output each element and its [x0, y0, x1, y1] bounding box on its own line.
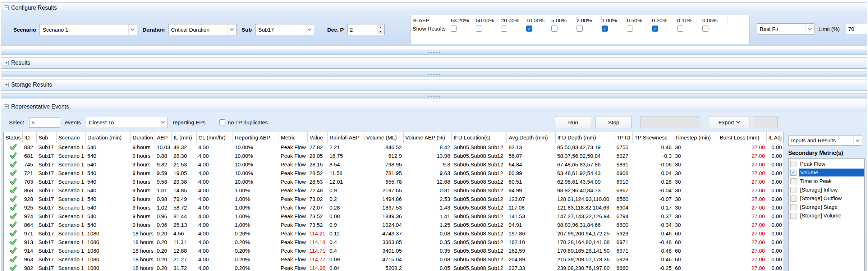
cell-sub: Sub17 — [36, 152, 56, 160]
column-header-ifd_location[interactable]: IFD Location(s) — [452, 132, 507, 143]
limit-input[interactable] — [846, 24, 867, 34]
metric-item[interactable]: Time to Peak — [789, 177, 864, 185]
table-row[interactable]: 914Sub17Scenario 1108018 hours0.2012.884… — [4, 247, 784, 255]
metric-checkbox[interactable] — [790, 178, 796, 184]
show-results-checkbox[interactable] — [501, 26, 507, 32]
table-row[interactable]: 864Sub17Scenario 15409 hours0.9625.134.0… — [4, 221, 784, 229]
table-row[interactable]: 703Sub17Scenario 15409 hours9.5829.384.0… — [4, 178, 784, 186]
column-header-rainfall_aep[interactable]: Rainfall AEP — [327, 132, 364, 143]
metric-checkbox[interactable] — [790, 170, 796, 176]
expand-icon[interactable]: + — [4, 61, 9, 65]
cell-il_adj: 0.00 — [766, 255, 783, 264]
cell-metric: Peak Flow — [279, 247, 308, 255]
metric-checkbox[interactable] — [790, 161, 796, 167]
column-header-scenario[interactable]: Scenario — [56, 132, 86, 143]
dec-p-stepper[interactable]: ▲▼ — [347, 24, 385, 35]
column-header-cl[interactable]: CL (mm/hr) — [197, 132, 233, 143]
select-events-input[interactable] — [29, 117, 60, 128]
column-header-tp_skew[interactable]: TP Skewness — [633, 132, 673, 143]
show-results-checkbox[interactable] — [652, 26, 658, 32]
stop-button[interactable]: Stop — [596, 116, 632, 128]
table-row[interactable]: 963Sub17Scenario 1108018 hours0.2021.274… — [4, 255, 784, 264]
show-results-checkbox[interactable] — [677, 26, 683, 32]
cell-id: 745 — [22, 160, 36, 169]
cell-rainfall_aep: 0.4 — [327, 247, 364, 255]
column-header-id[interactable]: ID — [22, 132, 36, 143]
collapse-icon[interactable]: − — [4, 104, 9, 109]
column-header-volume_aep[interactable]: Volume AEP (%) — [403, 132, 452, 143]
closest-to-select[interactable]: Closest To — [86, 117, 168, 128]
column-header-aep[interactable]: AEP — [155, 132, 172, 143]
spin-up-icon[interactable]: ▲ — [377, 25, 384, 29]
show-results-checkbox[interactable] — [627, 26, 633, 32]
metric-item[interactable]: [Storage] Volume — [789, 211, 864, 220]
table-row[interactable]: 982Sub17Scenario 1108018 hours0.2031.724… — [4, 264, 784, 271]
table-row[interactable]: 925Sub17Scenario 15409 hours1.0258.724.0… — [4, 203, 784, 212]
column-header-timestep[interactable]: Timestep (min) — [673, 132, 718, 143]
metric-item[interactable]: Peak Flow — [789, 160, 864, 168]
spin-down-icon[interactable]: ▼ — [377, 30, 384, 34]
panel-splitter[interactable] — [1, 93, 867, 98]
metric-checkbox[interactable] — [790, 213, 796, 219]
column-header-duration_min[interactable]: Duration (min) — [86, 132, 131, 143]
column-header-ifd_depth[interactable]: IFD Depth (mm) — [555, 132, 615, 143]
table-row[interactable]: 721Sub17Scenario 15409 hours9.5919.054.0… — [4, 169, 784, 178]
column-header-reporting_aep[interactable]: Reporting AEP — [233, 132, 279, 143]
run-button[interactable]: Run — [555, 116, 591, 128]
table-row[interactable]: 681Sub17Scenario 15409 hours9.8828.304.0… — [4, 152, 784, 160]
table-row[interactable]: 913Sub17Scenario 1108018 hours0.2011.314… — [4, 238, 784, 247]
table-row[interactable]: 745Sub17Scenario 15409 hours9.8221.534.0… — [4, 160, 784, 169]
column-header-avg_depth[interactable]: Avg Depth (mm) — [507, 132, 555, 143]
scenario-select[interactable]: Scenario 1 — [40, 24, 137, 35]
show-results-checkbox[interactable] — [451, 26, 457, 32]
column-header-status[interactable]: Status — [4, 132, 22, 143]
best-fit-select[interactable]: Best Fit — [757, 23, 814, 35]
metric-item[interactable]: [Storage] Inflow — [789, 185, 864, 194]
collapse-icon[interactable]: − — [4, 5, 9, 10]
show-results-checkbox[interactable] — [577, 26, 583, 32]
no-tp-duplicates-checkbox[interactable] — [219, 119, 225, 125]
view-mode-select[interactable]: Inputs and Results — [788, 135, 862, 146]
panel-splitter[interactable] — [1, 72, 867, 77]
table-row[interactable]: 832Sub17Scenario 15409 hours10.0348.324.… — [4, 143, 784, 152]
table-row[interactable]: 868Sub17Scenario 15409 hours1.0114.854.0… — [4, 186, 784, 195]
show-results-checkbox[interactable] — [526, 26, 532, 32]
show-results-checkbox[interactable] — [702, 26, 708, 32]
show-results-checkbox[interactable] — [476, 26, 482, 32]
column-header-duration[interactable]: Duration — [131, 132, 155, 143]
metric-item[interactable]: [Storage] Outflow — [789, 194, 864, 203]
duration-label: Duration — [142, 27, 165, 33]
representative-events-header[interactable]: − Representative Events — [1, 101, 867, 112]
column-header-tp_id[interactable]: TP ID — [615, 132, 633, 143]
table-row[interactable]: 974Sub17Scenario 15409 hours0.9681.444.0… — [4, 212, 784, 221]
column-header-volume[interactable]: Volume (ML) — [364, 132, 404, 143]
metric-checkbox[interactable] — [790, 196, 796, 202]
duration-select[interactable]: Critical Duration — [168, 24, 236, 35]
column-header-burst_loss[interactable]: Burst Loss (mm) — [718, 132, 766, 143]
show-results-checkbox[interactable] — [602, 26, 608, 32]
metric-item[interactable]: [Storage] Stage — [789, 203, 864, 211]
dec-p-input[interactable] — [348, 24, 376, 35]
results-header[interactable]: + Results — [1, 58, 867, 68]
cell-il: 58.72 — [171, 203, 196, 212]
metric-item[interactable]: Volume — [789, 168, 864, 177]
expand-icon[interactable]: + — [4, 83, 9, 87]
configure-results-header[interactable]: − Configure Results — [1, 3, 867, 13]
table-row[interactable]: 971Sub17Scenario 1108018 hours0.204.564.… — [4, 229, 784, 238]
storage-results-header[interactable]: + Storage Results — [1, 79, 867, 90]
column-header-il[interactable]: IL (mm) — [171, 132, 196, 143]
status-ok-icon — [10, 196, 17, 202]
export-button[interactable]: Export — [709, 116, 749, 128]
column-header-sub[interactable]: Sub — [36, 132, 56, 143]
column-header-value[interactable]: Value — [308, 132, 328, 143]
cell-il_adj: 0.00 — [766, 186, 783, 195]
panel-splitter[interactable] — [1, 50, 867, 55]
column-header-il_adj[interactable]: IL Adj — [766, 132, 783, 143]
table-row[interactable]: 928Sub17Scenario 15409 hours0.9879.494.0… — [4, 195, 784, 203]
cell-id: 832 — [22, 143, 36, 152]
metric-checkbox[interactable] — [790, 204, 796, 210]
sub-select[interactable]: Sub17 — [255, 24, 314, 35]
show-results-checkbox[interactable] — [551, 26, 557, 32]
column-header-metric[interactable]: Metric — [279, 132, 308, 143]
metric-checkbox[interactable] — [790, 187, 796, 193]
